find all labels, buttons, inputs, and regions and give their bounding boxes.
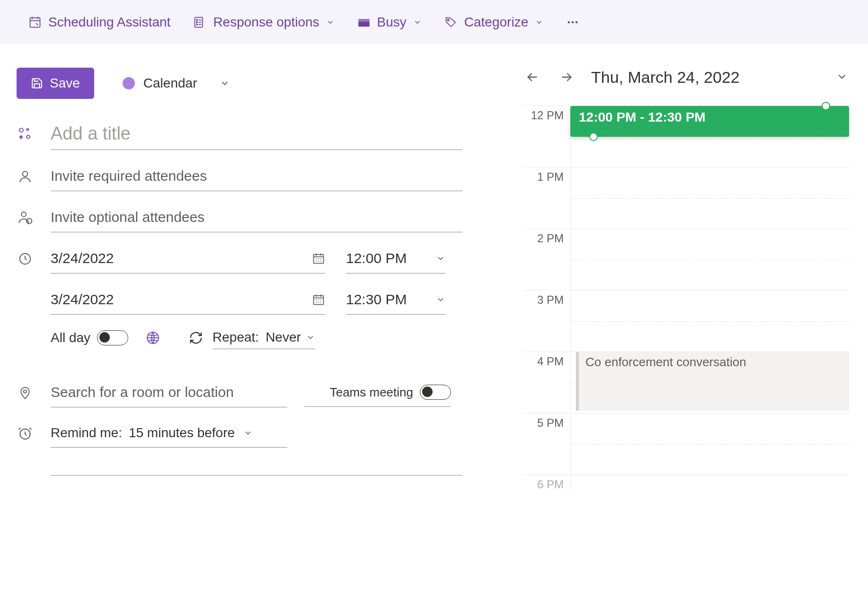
hour-label: 12 PM xyxy=(523,106,570,167)
svg-point-3 xyxy=(196,21,197,22)
remind-label: Remind me: xyxy=(51,425,122,440)
existing-event-title: Co enforcement conversation xyxy=(585,355,746,369)
busy-status-button[interactable]: Busy xyxy=(357,15,422,30)
svg-point-8 xyxy=(568,21,570,23)
chevron-down-icon xyxy=(243,428,253,438)
response-options-icon xyxy=(193,16,206,29)
end-date-value: 3/24/2022 xyxy=(51,291,114,308)
calendar-color-dot xyxy=(123,77,135,89)
repeat-label: Repeat: xyxy=(213,330,259,345)
prev-day-button[interactable] xyxy=(523,68,542,87)
new-event-block[interactable]: 12:00 PM - 12:30 PM xyxy=(570,106,849,137)
hour-label: 3 PM xyxy=(523,291,570,352)
event-resize-handle-top[interactable] xyxy=(822,102,830,110)
hour-label: 4 PM xyxy=(523,352,570,413)
chevron-down-icon xyxy=(436,254,445,263)
response-options-label: Response options xyxy=(213,15,319,30)
chevron-down-icon xyxy=(436,295,445,304)
person-icon xyxy=(17,168,34,185)
svg-point-21 xyxy=(24,390,27,393)
remind-select[interactable]: Remind me: 15 minutes before xyxy=(51,419,287,448)
hour-label: 5 PM xyxy=(523,414,570,475)
scheduling-assistant-icon xyxy=(28,16,42,29)
tag-icon xyxy=(444,16,458,29)
svg-point-2 xyxy=(196,19,197,20)
calendar-picker-icon xyxy=(312,293,325,306)
chevron-down-icon xyxy=(326,18,335,26)
timezone-icon[interactable] xyxy=(145,330,160,345)
calendar-picker-icon xyxy=(312,252,325,265)
svg-point-11 xyxy=(19,128,23,132)
remind-value: 15 minutes before xyxy=(129,425,235,440)
event-resize-handle-bottom[interactable] xyxy=(589,132,598,141)
chevron-down-icon xyxy=(306,333,315,342)
scheduling-assistant-label: Scheduling Assistant xyxy=(48,15,170,30)
new-event-time-label: 12:00 PM - 12:30 PM xyxy=(579,110,706,124)
svg-text:+: + xyxy=(19,134,23,141)
svg-text:i: i xyxy=(28,218,29,223)
svg-rect-6 xyxy=(358,19,369,22)
svg-point-4 xyxy=(196,24,197,25)
save-icon xyxy=(31,77,43,89)
teams-meeting-label: Teams meeting xyxy=(330,385,413,400)
more-options-button[interactable] xyxy=(566,16,579,29)
end-date-input[interactable]: 3/24/2022 xyxy=(51,285,325,315)
person-optional-icon: i xyxy=(17,209,34,226)
save-button[interactable]: Save xyxy=(17,68,94,99)
chevron-down-icon xyxy=(413,18,422,26)
start-time-input[interactable]: 12:00 PM xyxy=(346,244,445,273)
calendar-date-picker[interactable] xyxy=(836,70,849,84)
repeat-value: Never xyxy=(266,330,301,345)
start-time-value: 12:00 PM xyxy=(346,250,407,266)
chevron-down-icon xyxy=(220,78,230,88)
all-day-toggle[interactable] xyxy=(97,330,128,345)
svg-point-7 xyxy=(447,19,449,21)
hour-label: 2 PM xyxy=(523,229,570,290)
clock-icon xyxy=(17,250,34,267)
location-input[interactable] xyxy=(51,378,287,407)
categorize-label: Categorize xyxy=(464,15,528,30)
calendar-selector-label: Calendar xyxy=(143,76,197,91)
scheduling-assistant-button[interactable]: Scheduling Assistant xyxy=(28,15,170,30)
busy-label: Busy xyxy=(377,15,407,30)
end-time-input[interactable]: 12:30 PM xyxy=(346,285,445,315)
categorize-button[interactable]: Categorize xyxy=(444,15,543,30)
alarm-icon xyxy=(17,425,34,442)
emoji-icon[interactable]: + xyxy=(17,125,34,142)
end-time-value: 12:30 PM xyxy=(346,291,407,308)
start-date-input[interactable]: 3/24/2022 xyxy=(51,244,325,273)
toolbar: Scheduling Assistant Response options Bu… xyxy=(0,0,868,44)
calendar-date-label: Thu, March 24, 2022 xyxy=(591,68,821,87)
save-label: Save xyxy=(50,76,80,91)
chevron-down-icon xyxy=(535,18,543,26)
svg-point-14 xyxy=(21,211,26,216)
busy-icon xyxy=(357,16,371,29)
svg-point-9 xyxy=(572,21,574,23)
svg-point-13 xyxy=(23,171,28,176)
ellipsis-icon xyxy=(566,16,579,29)
location-icon xyxy=(17,384,34,401)
hour-label: 6 PM xyxy=(523,475,570,489)
all-day-label: All day xyxy=(51,330,90,345)
svg-rect-0 xyxy=(30,18,40,27)
repeat-icon xyxy=(189,331,203,345)
required-attendees-input[interactable] xyxy=(51,161,462,191)
hour-label: 1 PM xyxy=(523,167,570,229)
response-options-button[interactable]: Response options xyxy=(193,15,334,30)
optional-attendees-input[interactable] xyxy=(51,203,462,232)
existing-event[interactable]: Co enforcement conversation xyxy=(576,352,849,411)
next-day-button[interactable] xyxy=(557,68,576,87)
calendar-selector[interactable]: Calendar xyxy=(123,76,230,91)
time-grid[interactable]: 12 PM 12:00 PM - 12:30 PM 1 PM 2 PM xyxy=(523,106,849,489)
start-date-value: 3/24/2022 xyxy=(51,250,114,266)
repeat-select[interactable]: Repeat: Never xyxy=(213,326,315,349)
svg-point-10 xyxy=(576,21,578,23)
teams-meeting-toggle[interactable] xyxy=(420,385,451,400)
title-input[interactable] xyxy=(51,118,462,150)
